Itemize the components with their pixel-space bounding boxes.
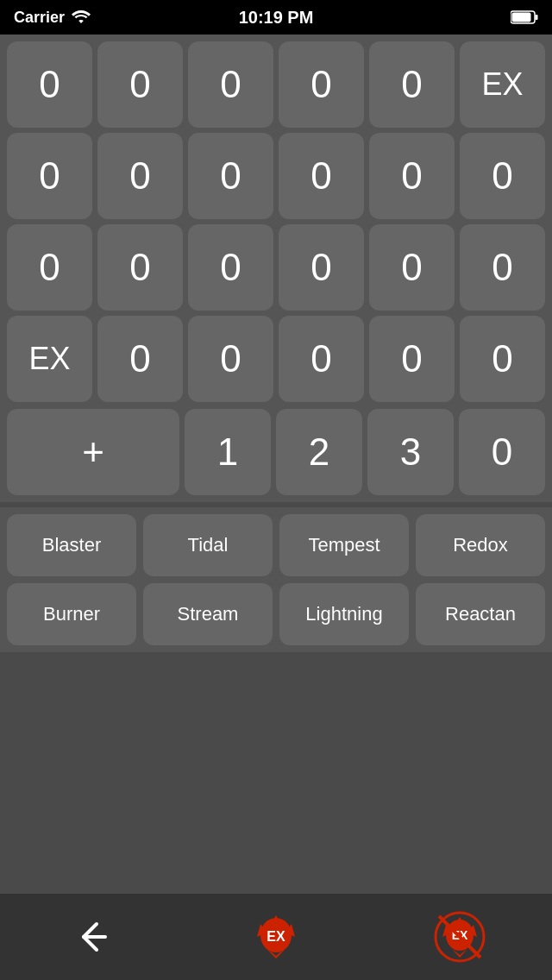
battery-icon (511, 10, 538, 24)
stream-button[interactable]: Stream (143, 583, 273, 645)
dragon-ex-icon: EX (250, 911, 302, 963)
cell-r1c5[interactable]: 0 (369, 41, 455, 128)
blaster-button[interactable]: Blaster (7, 514, 136, 576)
cell-r3c1[interactable]: 0 (7, 224, 92, 311)
cell-plus[interactable]: + (7, 409, 179, 495)
cell-r1c6[interactable]: EX (460, 41, 545, 128)
burner-button[interactable]: Burner (7, 583, 136, 645)
wifi-icon (72, 10, 91, 24)
cell-r2c4[interactable]: 0 (279, 133, 364, 219)
cell-1[interactable]: 1 (185, 409, 271, 495)
cell-r2c1[interactable]: 0 (7, 133, 92, 219)
tempest-button[interactable]: Tempest (279, 514, 409, 576)
dragon-button-2[interactable]: EX (425, 902, 494, 971)
redox-button[interactable]: Redox (416, 514, 545, 576)
cell-3[interactable]: 3 (367, 409, 454, 495)
dragon-button-1[interactable]: EX (242, 902, 310, 971)
cell-r1c1[interactable]: 0 (7, 41, 92, 128)
svg-text:EX: EX (267, 929, 285, 944)
back-arrow-icon (71, 915, 114, 958)
back-button[interactable] (58, 902, 127, 971)
cell-r2c6[interactable]: 0 (460, 133, 545, 219)
mode-row2: Burner Stream Lightning Reactan (0, 583, 552, 652)
cell-r1c3[interactable]: 0 (188, 41, 273, 128)
cell-r4c4[interactable]: 0 (279, 316, 364, 402)
cell-r4c3[interactable]: 0 (188, 316, 273, 402)
cell-r1c4[interactable]: 0 (279, 41, 364, 128)
cell-0[interactable]: 0 (459, 409, 545, 495)
grid-rows-1-4: 0 0 0 0 0 EX 0 0 0 0 0 0 0 0 0 0 0 0 EX … (0, 35, 552, 409)
mode-row1: Blaster Tidal Tempest Redox (0, 507, 552, 583)
svg-rect-1 (512, 13, 531, 22)
cell-r4c1[interactable]: EX (7, 316, 92, 402)
svg-rect-2 (536, 15, 538, 20)
cell-r4c6[interactable]: 0 (460, 316, 545, 402)
cell-r3c6[interactable]: 0 (460, 224, 545, 311)
cell-r2c5[interactable]: 0 (369, 133, 455, 219)
cell-r3c3[interactable]: 0 (188, 224, 273, 311)
status-bar: Carrier 10:19 PM (0, 0, 552, 35)
cell-r2c2[interactable]: 0 (97, 133, 183, 219)
dragon-ex-cancel-icon: EX (434, 911, 486, 963)
reactan-button[interactable]: Reactan (416, 583, 545, 645)
tidal-button[interactable]: Tidal (143, 514, 273, 576)
cell-2[interactable]: 2 (276, 409, 362, 495)
cell-r4c2[interactable]: 0 (97, 316, 183, 402)
time-label: 10:19 PM (239, 8, 314, 28)
cell-r3c5[interactable]: 0 (369, 224, 455, 311)
bottom-toolbar: EX EX (0, 894, 552, 980)
cell-r3c4[interactable]: 0 (279, 224, 364, 311)
carrier-label: Carrier (14, 9, 65, 27)
grid-row5: + 1 2 3 0 (0, 409, 552, 502)
cell-r1c2[interactable]: 0 (97, 41, 183, 128)
cell-r4c5[interactable]: 0 (369, 316, 455, 402)
cell-r2c3[interactable]: 0 (188, 133, 273, 219)
lightning-button[interactable]: Lightning (279, 583, 409, 645)
cell-r3c2[interactable]: 0 (97, 224, 183, 311)
